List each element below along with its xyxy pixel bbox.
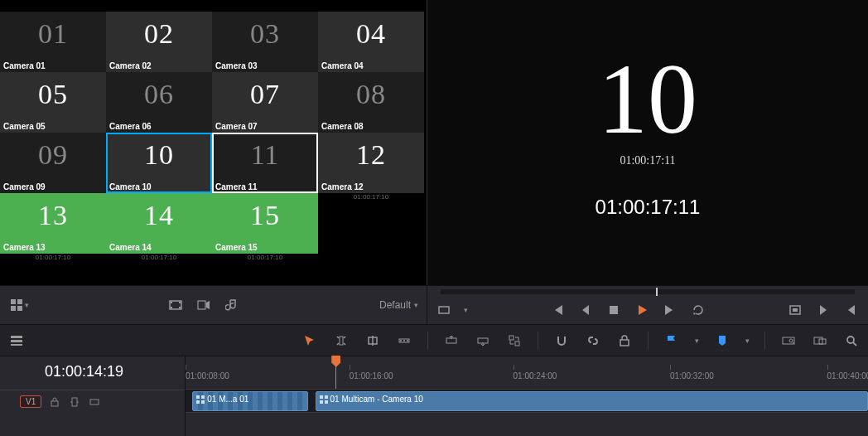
video-track-header[interactable]: V1 [0,390,185,413]
play-icon[interactable] [634,302,650,318]
camera-angle-08[interactable]: 08Camera 0801:00:17:10 [318,72,424,133]
camera-angle-06[interactable]: 06Camera 0601:00:17:10 [106,72,212,133]
viewer-scrub-bar[interactable] [441,289,855,294]
camera-angle-01[interactable]: 01Camera 0101:00:17:10 [0,12,106,72]
lock-icon[interactable] [616,332,633,349]
camera-angle-number: 09 [0,133,106,171]
ruler-tick: 01:00:24:00 [514,371,557,380]
track-name-badge[interactable]: V1 [20,395,41,408]
svg-rect-26 [509,336,514,340]
camera-angle-11[interactable]: 11Camera 11 [212,133,318,193]
timeline: 01:00:14:19 V1 01:00:08:0001:00:16:0001:… [0,356,868,436]
audio-only-icon[interactable] [224,297,240,313]
playhead-handle[interactable] [331,356,340,367]
dynamic-trim-icon[interactable] [364,332,381,349]
camera-angle-07[interactable]: 07Camera 07 [212,72,318,133]
step-forward-icon[interactable] [662,302,678,318]
svg-point-34 [847,337,854,343]
chevron-down-icon[interactable]: ▾ [695,337,699,345]
camera-angle-timecode: 01:00:17:10 [212,254,318,262]
prev-edit-icon[interactable] [843,302,860,318]
viewer-toolbar: ▾ [427,286,868,324]
camera-angle-13[interactable]: 13Camera 1301:00:17:10 [0,193,106,254]
camera-angle-03[interactable]: 03Camera 0301:00:17:10 [212,12,318,72]
svg-rect-5 [171,302,172,303]
camera-angle-02[interactable]: 02Camera 0201:00:17:10 [106,12,212,72]
overwrite-clip-icon[interactable] [475,332,491,349]
loop-icon[interactable] [690,302,706,318]
insert-clip-icon[interactable] [443,332,460,349]
timeline-ruler[interactable]: 01:00:08:0001:00:16:0001:00:24:0001:00:3… [186,356,868,390]
svg-rect-0 [11,299,16,304]
camera-angle-label: Camera 01 [3,61,46,70]
next-edit-icon[interactable] [815,302,832,318]
flag-icon[interactable] [663,332,680,349]
viewer-source-timecode: 01:00:17:11 [620,154,675,167]
zoom-to-fit-icon[interactable] [780,332,797,349]
go-to-start-icon[interactable] [549,302,566,318]
timeline-view-options-icon[interactable] [8,332,25,349]
camera-angle-number: 14 [106,193,212,231]
svg-point-30 [789,339,793,342]
chevron-down-icon[interactable]: ▾ [25,301,29,309]
svg-point-21 [400,340,402,342]
video-track-row[interactable]: 01 M...a 0101 Multicam - Camera 10 [186,390,868,413]
selection-tool-icon[interactable] [301,332,318,349]
replace-clip-icon[interactable] [506,332,523,349]
svg-rect-16 [11,344,22,346]
camera-angle-14[interactable]: 14Camera 1401:00:17:10 [106,193,212,254]
link-icon[interactable] [585,332,601,349]
clip-label: 01 Multicam - Camera 10 [330,395,423,404]
svg-point-22 [403,340,405,342]
stop-icon[interactable] [605,302,622,318]
camera-angle-label: Camera 02 [109,61,152,70]
playhead[interactable] [335,356,336,389]
track-visibility-icon[interactable] [88,395,101,409]
camera-angle-10[interactable]: 10Camera 10 [106,133,212,193]
viewer-timecode: 01:00:17:11 [596,196,701,219]
lock-track-icon[interactable] [48,395,61,409]
camera-angle-09[interactable]: 09Camera 0901:00:17:10 [0,133,106,193]
chevron-down-icon[interactable]: ▾ [745,337,750,345]
ruler-tick: 01:00:08:00 [186,371,229,380]
camera-angle-label: Camera 13 [3,243,46,252]
layout-dropdown[interactable]: Default ▾ [379,299,418,311]
marker-icon[interactable] [714,332,731,349]
camera-angle-number: 01 [0,12,106,50]
timeline-clip[interactable]: 01 M...a 01 [192,391,308,411]
search-icon[interactable] [843,332,860,349]
camera-angle-label: Camera 12 [321,182,364,191]
chevron-down-icon[interactable]: ▾ [464,306,468,314]
svg-rect-48 [325,400,328,404]
svg-rect-7 [179,302,181,303]
video-only-icon[interactable] [167,297,184,313]
step-back-icon[interactable] [577,302,594,318]
svg-rect-36 [51,401,58,406]
camera-angle-label: Camera 06 [109,122,152,131]
match-frame-icon[interactable] [787,302,803,318]
transform-icon[interactable] [436,302,452,318]
camera-angle-15[interactable]: 15Camera 1501:00:17:10 [212,193,318,254]
clip-thumbnail-icon [320,395,328,404]
camera-angle-04[interactable]: 04Camera 04 [318,12,424,72]
camera-angle-12[interactable]: 12Camera 1201:00:17:10 [318,133,424,193]
camera-angle-05[interactable]: 05Camera 0501:00:17:10 [0,72,106,133]
audio-video-icon[interactable] [195,297,212,313]
svg-rect-9 [198,301,205,309]
svg-rect-45 [320,395,323,399]
svg-rect-10 [439,307,449,313]
svg-point-23 [407,340,408,342]
camera-angle-number: 12 [318,133,424,171]
multicam-view-icon[interactable] [8,297,25,313]
multicam-source-panel: 01Camera 0101:00:17:1002Camera 0201:00:1… [0,0,427,285]
timeline-clip[interactable]: 01 Multicam - Camera 10 [316,391,868,411]
trim-tool-icon[interactable] [333,332,350,349]
camera-angle-number: 15 [212,193,318,231]
camera-angle-label: Camera 10 [109,182,152,191]
auto-select-icon[interactable] [68,395,81,409]
snap-icon[interactable] [553,332,570,349]
blade-tool-icon[interactable] [396,332,412,349]
detail-zoom-icon[interactable] [812,332,828,349]
camera-angle-timecode: 01:00:17:10 [318,193,424,201]
svg-rect-27 [515,342,519,346]
